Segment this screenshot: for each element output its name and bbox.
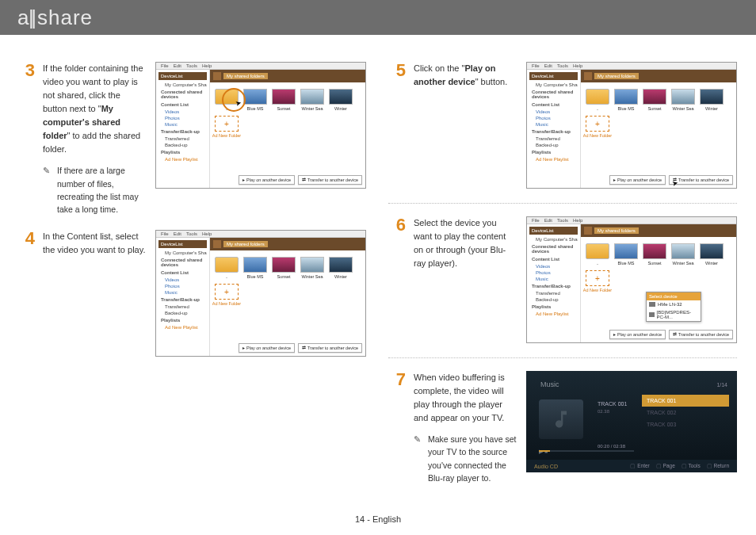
step-7: 7 When video buffering is complete, the … <box>388 371 737 484</box>
step-text: In the Content list, select the video yo… <box>43 230 146 357</box>
tv-list-row[interactable]: TRACK 002 <box>642 407 729 418</box>
divider <box>388 357 737 358</box>
left-column: 3 If the folder containing the video you… <box>17 62 366 499</box>
step-number: 3 <box>17 62 35 216</box>
tv-list-row[interactable]: TRACK 001 <box>642 395 729 407</box>
tv-page-button[interactable]: Page <box>656 463 675 469</box>
tv-count: 1/14 <box>716 382 727 388</box>
play-another-button[interactable]: ▸Play on another device <box>609 330 666 339</box>
tv-enter-button[interactable]: Enter <box>630 463 649 469</box>
step-number: 6 <box>388 216 406 343</box>
tv-track-length: 02.38 <box>598 409 609 414</box>
screenshot-step3: FileEditToolsHelp DeviceList My Computer… <box>155 62 366 189</box>
tv-time: 00:20 / 02:38 <box>598 444 625 449</box>
tv-header: Music <box>540 380 559 388</box>
transfer-button[interactable]: ⇄Transfer to another device <box>298 343 362 353</box>
screenshot-step4: FileEditToolsHelp DeviceList My Computer… <box>155 230 366 357</box>
tv-tools-button[interactable]: Tools <box>682 463 701 469</box>
step-note: ✎ Make sure you have set your TV to the … <box>414 433 517 484</box>
step-text: If the folder containing the video you w… <box>43 62 146 216</box>
page-header: a||share <box>0 0 756 35</box>
tv-return-button[interactable]: Return <box>707 463 729 469</box>
transfer-button[interactable]: ⇄Transfer to another device <box>669 330 733 339</box>
step-4: 4 In the Content list, select the video … <box>17 230 366 357</box>
step-text: Click on the "Play on another device" bu… <box>414 62 517 189</box>
device-select-popup[interactable]: Select device HMe LN-32 [BD]MSPDRES-PC-M… <box>646 292 701 322</box>
tv-list-row[interactable]: TRACK 003 <box>642 418 729 430</box>
step-3: 3 If the folder containing the video you… <box>17 62 366 216</box>
step-number: 4 <box>17 230 35 357</box>
play-another-button[interactable]: ▸Play on another device <box>239 175 295 185</box>
step-note: ✎ If there are a large number of files, … <box>43 164 146 216</box>
play-another-button[interactable]: ▸Play on another device <box>609 175 666 185</box>
transfer-button[interactable]: ⇄Transfer to another device <box>298 175 362 185</box>
step-number: 5 <box>388 62 406 189</box>
pencil-icon: ✎ <box>43 164 52 216</box>
step-5: 5 Click on the "Play on another device" … <box>388 62 737 189</box>
right-column: 5 Click on the "Play on another device" … <box>388 62 737 499</box>
tv-now-playing: TRACK 001 <box>598 401 627 407</box>
brand-logo: a||share <box>17 6 93 30</box>
play-another-button[interactable]: ▸Play on another device <box>239 343 295 353</box>
step-number: 7 <box>388 371 406 484</box>
step-text: Select the device you want to play the c… <box>414 216 517 343</box>
divider <box>388 203 737 204</box>
pencil-icon: ✎ <box>414 433 423 484</box>
page-footer: 14 - English <box>0 514 756 524</box>
screenshot-step7-tv: Music 1/14 TRACK 001 02.38 TRACK 001 TRA… <box>526 371 737 472</box>
music-note-icon <box>539 399 583 439</box>
step-6: 6 Select the device you want to play the… <box>388 216 737 343</box>
tv-progress-bar[interactable] <box>539 450 634 452</box>
screenshot-step6: FileEditToolsHelp DeviceList My Computer… <box>526 216 737 343</box>
tv-source: Audio CD <box>534 464 558 469</box>
screenshot-step5: FileEditToolsHelp DeviceList My Computer… <box>526 62 737 189</box>
page-content: 3 If the folder containing the video you… <box>0 35 756 499</box>
step-text: When video buffering is complete, the vi… <box>414 371 517 484</box>
tv-track-list: TRACK 001 TRACK 002 TRACK 003 <box>642 395 729 430</box>
